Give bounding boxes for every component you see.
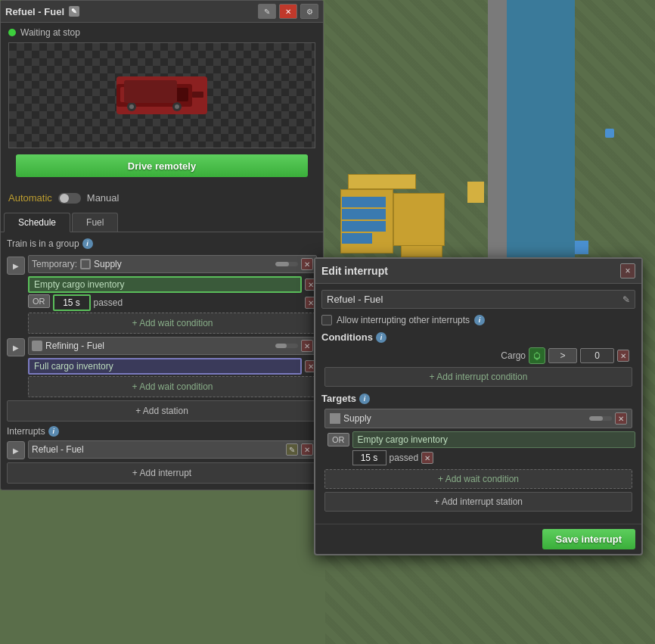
panel-titlebar: Refuel - Fuel ✎ ✎ ✕ ⚙ [1,1,323,23]
condition-2-row: Full cargo inventory ✕ [28,358,317,375]
close-panel-button[interactable]: ✕ [279,4,297,19]
group-info-row: Train is in a group i [7,238,317,249]
edit-interrupt-modal: Edit interrupt × Refuel - Fuel ✎ Allow i… [314,257,643,555]
condition-full-cargo: Full cargo inventory [28,358,302,375]
station-1-name-row: Temporary: Supply ✕ [28,255,317,273]
svg-rect-1 [120,87,166,102]
res-2 [342,209,386,219]
res-3 [342,221,386,232]
or-section: OR passed ✕ [28,294,317,313]
interrupts-section-label: Interrupts i [7,426,317,437]
vehicle-preview [8,42,315,148]
manual-label: Manual [87,192,120,204]
tab-schedule[interactable]: Schedule [4,213,70,232]
allow-interrupt-info-icon[interactable]: i [474,315,485,325]
condition-empty-cargo: Empty cargo inventory [28,276,302,293]
station-row-2: ▶ Refining - Fuel ✕ [7,337,317,356]
cargo-condition-close[interactable]: ✕ [617,350,629,362]
conditions-section: Conditions i Cargo > 0 [321,331,635,387]
modal-titlebar: Edit interrupt × [315,259,641,284]
vehicle-svg [116,76,207,114]
supply-row: Supply ✕ [324,409,632,428]
modal-close-button[interactable]: × [620,263,635,278]
cargo-condition-row: Cargo > 0 ✕ [321,347,635,364]
automatic-label: Automatic [8,192,52,204]
station-1-close-button[interactable]: ✕ [301,258,313,270]
title-edit-icon[interactable]: ✎ [69,6,79,17]
interrupts-info-icon[interactable]: i [48,426,59,437]
panel-controls: ✎ ✕ ⚙ [258,4,318,19]
add-interrupt-station-button[interactable]: + Add interrupt station [324,492,632,512]
modal-empty-cargo: Empty cargo inventory [352,431,636,448]
svg-point-6 [175,104,179,109]
vehicle-sprite [116,76,207,114]
pencil-button[interactable]: ✎ [258,4,276,19]
supply-scrollbar[interactable] [589,416,612,421]
game-unit [575,241,588,254]
add-interrupt-condition-button[interactable]: + Add interrupt condition [324,367,632,387]
or-right: passed ✕ [53,294,318,313]
targets-info-icon[interactable]: i [359,394,370,404]
mode-toggle-row: Automatic Manual [1,189,323,210]
station-1-play-button[interactable]: ▶ [7,257,25,275]
interrupt-row-1: ▶ Refuel - Fuel ✎ ✕ [7,440,317,459]
game-factory [348,174,416,189]
svg-point-11 [535,353,539,358]
game-unit-2 [605,129,614,138]
add-interrupt-button[interactable]: + Add interrupt [7,462,317,484]
station-2-play-button[interactable]: ▶ [7,338,25,356]
station-2-scrollbar[interactable] [275,344,298,348]
save-interrupt-button[interactable]: Save interrupt [542,529,635,549]
train-title: Refuel - Fuel [5,6,64,17]
gear-button[interactable]: ⚙ [300,4,318,19]
status-text: Waiting at stop [20,27,80,38]
supply-close[interactable]: ✕ [615,412,627,425]
station-2-close-button[interactable]: ✕ [301,340,313,352]
svg-rect-2 [169,88,188,101]
tab-fuel[interactable]: Fuel [72,213,118,232]
add-station-button[interactable]: + Add station [7,400,317,422]
targets-header: Targets i [321,393,635,404]
cargo-label: Cargo [328,350,526,361]
targets-section: Targets i Supply ✕ OR Empty cargo [321,393,635,512]
allow-interrupt-checkbox[interactable] [321,315,332,325]
mode-toggle[interactable] [58,193,81,204]
modal-time-row: passed ✕ [352,450,636,466]
interrupt-name-edit-icon[interactable]: ✎ [622,294,630,305]
add-wait-condition-1[interactable]: + Add wait condition [28,313,317,334]
conditions-info-icon[interactable]: i [376,332,386,343]
svg-rect-12 [330,413,340,424]
modal-time-label: passed [390,453,419,463]
res-1 [342,197,386,207]
modal-time-close[interactable]: ✕ [421,452,433,464]
status-dot [8,29,16,36]
interrupt-1-play-button[interactable]: ▶ [7,441,25,459]
modal-time-input[interactable] [352,450,386,465]
add-wait-condition-modal[interactable]: + Add wait condition [324,469,632,489]
allow-interrupt-row: Allow interrupting other interrupts i [321,315,635,325]
modal-title: Edit interrupt [321,265,388,277]
interrupt-name-text: Refuel - Fuel [327,294,618,305]
group-info-label: Train is in a group [7,238,79,249]
drive-remotely-button[interactable]: Drive remotely [16,154,308,177]
toggle-thumb [60,194,69,203]
cargo-value-input[interactable]: 0 [580,348,614,363]
station-2-name: Refining - Fuel [45,341,272,351]
tab-bar: Schedule Fuel [1,210,323,232]
interrupt-1-close[interactable]: ✕ [301,443,313,456]
supply-name: Supply [343,413,586,424]
station-1-name: Supply [94,259,272,269]
add-wait-condition-2[interactable]: + Add wait condition [28,376,317,397]
modal-footer: Save interrupt [315,524,641,554]
station-1-scrollbar[interactable] [275,262,298,266]
conditions-header: Conditions i [321,331,635,343]
svg-rect-8 [82,260,89,268]
game-road-v [488,0,507,257]
interrupt-1-edit[interactable]: ✎ [286,443,298,456]
group-info-icon[interactable]: i [82,238,93,249]
station-2-content: Refining - Fuel ✕ [28,337,317,355]
compare-select[interactable]: > [548,348,577,363]
station-2-conditions: Full cargo inventory ✕ [28,358,317,375]
time-input[interactable] [53,294,91,311]
modal-conditions-inner: Empty cargo inventory passed ✕ [352,431,636,466]
